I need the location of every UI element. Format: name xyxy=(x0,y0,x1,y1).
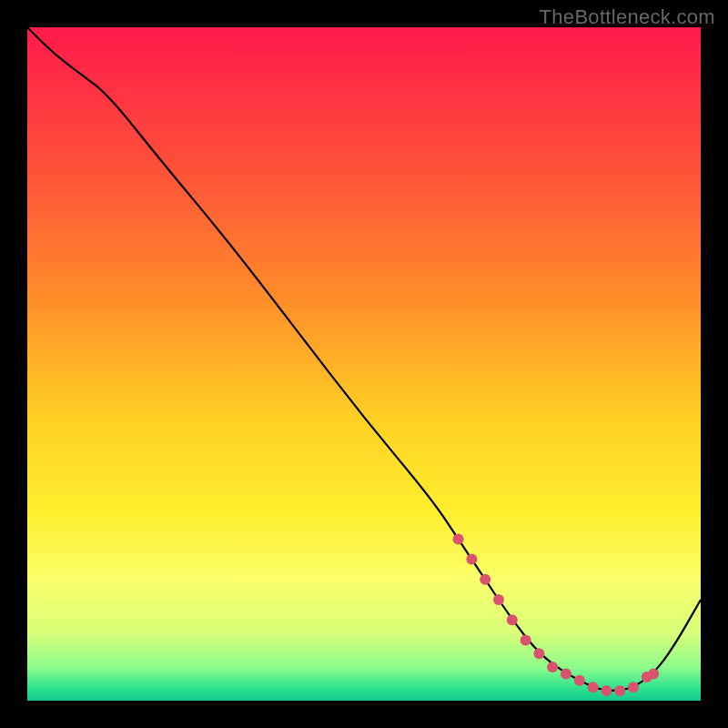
curve-marker xyxy=(453,533,464,544)
curve-marker xyxy=(628,682,639,693)
curve-marker xyxy=(466,554,477,565)
curve-marker xyxy=(648,668,659,679)
curve-marker xyxy=(507,614,518,625)
curve-marker xyxy=(561,668,571,679)
curve-marker xyxy=(480,574,490,585)
chart-container: TheBottleneck.com xyxy=(0,0,728,728)
curve-marker xyxy=(614,685,625,696)
curve-marker xyxy=(547,662,558,672)
attribution-label: TheBottleneck.com xyxy=(540,5,715,29)
curve-marker xyxy=(588,682,599,693)
plot-area xyxy=(27,27,701,701)
curve-marker xyxy=(521,634,531,645)
chart-svg xyxy=(27,27,701,701)
curve-marker xyxy=(533,648,544,659)
gradient-background xyxy=(27,27,701,701)
curve-marker xyxy=(493,594,504,605)
curve-marker xyxy=(601,685,612,696)
curve-marker xyxy=(574,675,585,686)
